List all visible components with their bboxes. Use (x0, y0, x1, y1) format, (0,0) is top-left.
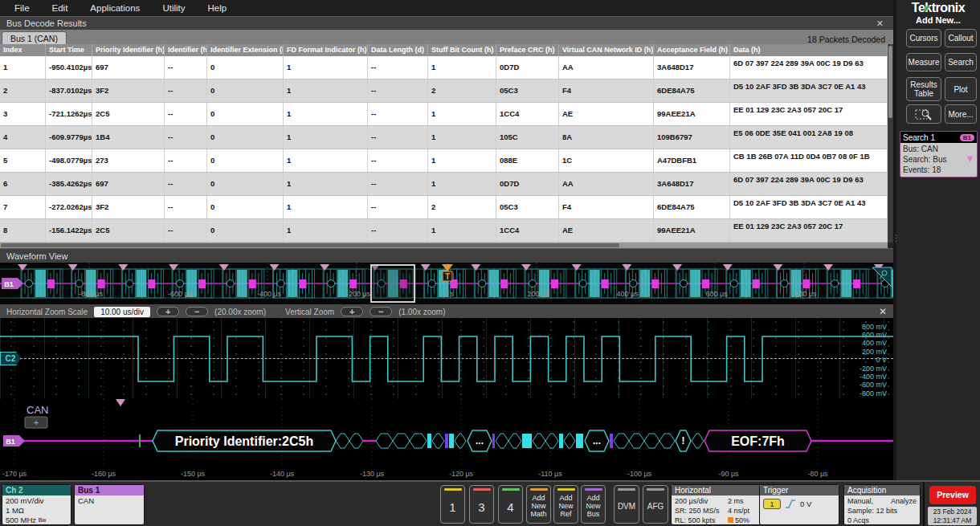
search-mark-icon[interactable] (471, 264, 480, 271)
table-row[interactable]: 3-721.1262µs2C5--01--11CC4AE99AEE21AEE 0… (0, 103, 888, 126)
table-row[interactable]: 8-156.1422µs2C5--01--11CC4AE99AEE21AEE 0… (0, 219, 888, 243)
close-zoom-icon[interactable]: ✕ (879, 306, 887, 317)
column-header[interactable]: Preface CRC (h) (496, 44, 559, 56)
table-horizontal-scrollbar[interactable] (0, 243, 888, 248)
column-header[interactable]: Index (0, 44, 46, 56)
table-cell: F4 (559, 196, 654, 218)
channel-3-button[interactable]: 3 (469, 485, 494, 524)
zoom-window-box[interactable] (371, 265, 414, 302)
column-header[interactable]: Virtual CAN Network ID (h) (559, 44, 654, 56)
stuff-bit-bar (492, 434, 495, 448)
afg-button[interactable]: AFG (643, 485, 668, 524)
horizontal-badge[interactable]: Horizontal 200 µs/div2 msSR: 250 MS/s4 n… (671, 484, 773, 525)
search-mark-icon[interactable] (320, 264, 329, 271)
channel-1-button[interactable]: 1 (440, 485, 465, 524)
close-icon[interactable]: ✕ (873, 18, 887, 29)
sidebar-button-plot[interactable]: Plot (945, 77, 977, 101)
search-mark-icon[interactable] (774, 264, 783, 271)
scrollbar-thumb[interactable] (1, 243, 619, 247)
vzoom-minus-button[interactable]: − (370, 307, 392, 316)
search-mark-icon[interactable] (823, 264, 833, 271)
waveform-overview[interactable]: TB1-800 µs-600 µs-400 µs-200 µs0 s200 µs… (0, 263, 893, 305)
bottom-separator (923, 482, 925, 526)
search-mark-icon[interactable] (118, 264, 128, 271)
acquisition-badge[interactable]: Acquisition Manual,Analyze Sample: 12 bi… (843, 484, 921, 525)
sidebar-button-cursors[interactable]: Cursors (906, 29, 941, 47)
search-mark-icon[interactable] (521, 264, 531, 271)
search-mark-icon[interactable] (622, 264, 631, 271)
column-header[interactable]: Data (h) (730, 44, 888, 56)
search-mark-icon[interactable] (421, 264, 431, 271)
menu-help[interactable]: Help (198, 2, 237, 14)
channel-4-button[interactable]: 4 (498, 485, 523, 524)
search-mark-icon[interactable] (270, 264, 280, 271)
add-new-bus-button[interactable]: AddNewBus (581, 485, 606, 524)
add-bus-field-button[interactable]: + (25, 417, 47, 428)
column-header[interactable]: Acceptance Field (h) (654, 44, 730, 56)
trigger-badge[interactable]: Trigger 1 0 V (759, 484, 839, 525)
table-row[interactable]: 1-950.4102µs697--01--10D7DAA3A648D176D 0… (0, 56, 888, 80)
hzoom-minus-button[interactable]: − (186, 307, 208, 316)
table-vertical-scrollbar[interactable] (888, 44, 893, 243)
search-mark-icon[interactable] (672, 264, 682, 271)
table-row[interactable]: 4-609.9779µs1B4--01--1105C8A109B6797E5 0… (0, 126, 888, 149)
hzoom-scale-label: Horizontal Zoom Scale (6, 308, 88, 316)
dvm-button[interactable]: DVM (614, 485, 639, 524)
sidebar-button-measure[interactable]: Measure (906, 53, 941, 71)
search-mark-icon[interactable] (116, 399, 125, 406)
menu-utility[interactable]: Utility (153, 2, 194, 14)
sidebar-button-callout[interactable]: Callout (945, 29, 977, 47)
search-mark-icon[interactable] (723, 264, 733, 271)
zoomed-waveform-plot[interactable]: C2 800 mV600 mV400 mV200 mV0 V-200 mV-40… (0, 318, 893, 399)
hzoom-scale-value[interactable]: 10.00 us/div (94, 307, 150, 317)
table-row[interactable]: 6-385.4262µs697--01--10D7DAA3A648D176D 0… (0, 173, 888, 196)
column-header[interactable]: Data Length (d) (368, 44, 428, 56)
table-cell: 2 (428, 80, 496, 102)
table-row[interactable]: 2-837.0102µs3F2--01--205C3F46DE84A75D5 1… (0, 80, 888, 103)
table-row[interactable]: 5-498.0779µs273--01--1088E1CA47DBFB1CB 1… (0, 149, 888, 173)
column-header[interactable]: Identifier (h) (165, 44, 207, 56)
ch2-badge[interactable]: Ch 2 200 mV/div1 MΩ500 MHz Bw (2, 484, 71, 525)
table-cell: 05C3 (496, 80, 559, 102)
bus1-badge[interactable]: B1 (2, 278, 23, 289)
table-cell: 3F2 (92, 80, 165, 102)
search-mark-icon[interactable] (219, 264, 229, 271)
table-row[interactable]: 7-272.0262µs3F2--01--205C3F46DE84A75D5 1… (0, 196, 888, 219)
scrollbar-thumb[interactable] (888, 46, 892, 118)
search-mark-icon[interactable] (18, 264, 27, 271)
column-header[interactable]: Stuff Bit Count (h) (428, 44, 496, 56)
sidebar-button-results-table[interactable]: Results Table (906, 77, 941, 101)
menu-file[interactable]: File (5, 2, 39, 14)
preview-button[interactable]: Preview (929, 486, 976, 504)
sidebar-button-more[interactable]: More... (945, 104, 977, 124)
bus1-badge-bottom[interactable]: Bus 1 CAN (74, 484, 145, 525)
decode-results-table[interactable]: IndexStart TimePriority Identifier (h)Id… (0, 44, 888, 243)
column-header[interactable]: Priority Identifier (h) (92, 44, 165, 56)
bus-decode-track[interactable]: Priority Identifier:2C5h......!EOF:7FhB1… (0, 399, 893, 480)
hzoom-plus-button[interactable]: + (157, 307, 179, 316)
table-cell: 0 (207, 173, 284, 195)
vzoom-plus-button[interactable]: + (341, 307, 363, 316)
voltage-label: 400 mV (839, 339, 887, 347)
column-header[interactable]: FD Format Indicator (h) (284, 44, 368, 56)
decode-bit-hex (692, 434, 704, 448)
menu-applications[interactable]: Applications (80, 2, 149, 14)
add-new-math-button[interactable]: AddNewMath (526, 485, 551, 524)
search-mark-icon[interactable] (68, 264, 78, 271)
table-cell: -- (368, 149, 428, 172)
search-mark-icon[interactable] (169, 264, 178, 271)
tab-bus1-can[interactable]: Bus 1 (CAN) (2, 31, 67, 44)
svg-text:+: + (34, 418, 39, 427)
search-mark-icon[interactable] (572, 264, 582, 271)
search1-results-badge[interactable]: Search 1 B1 Bus: CAN Search: Bus Events:… (900, 131, 978, 177)
add-new-ref-button[interactable]: AddNewRef (553, 485, 578, 524)
column-header[interactable]: Start Time (46, 44, 92, 56)
chevron-down-icon[interactable]: ▼ (965, 153, 975, 164)
menu-edit[interactable]: Edit (43, 2, 78, 14)
bus1-badge[interactable]: B1 (3, 435, 25, 446)
zoom-search-icon[interactable] (906, 104, 941, 124)
table-cell: 3A648D17 (654, 173, 730, 195)
trigger-marker-icon[interactable]: T (442, 264, 453, 281)
column-header[interactable]: Identifier Extension (h) (207, 44, 284, 56)
sidebar-button-search[interactable]: Search (945, 53, 977, 71)
